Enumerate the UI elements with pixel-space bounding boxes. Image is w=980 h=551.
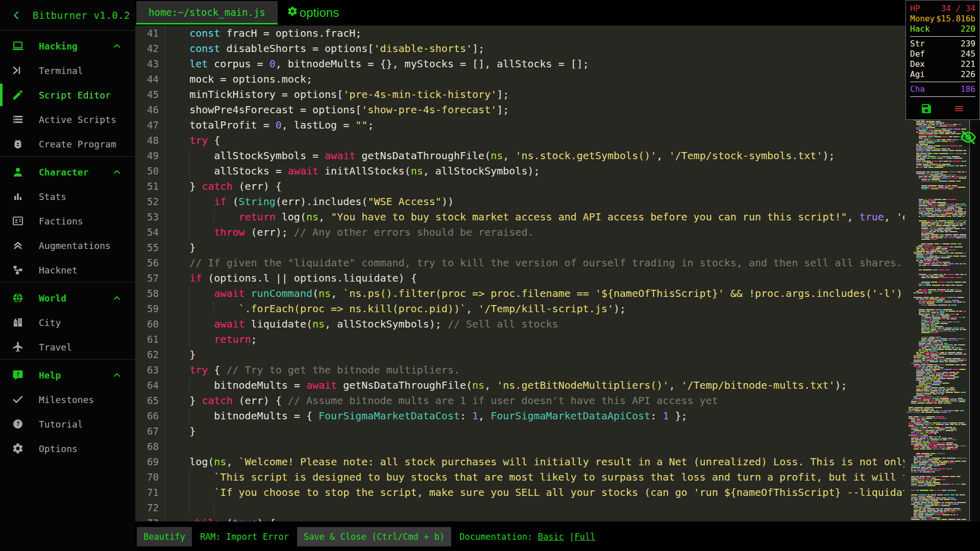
stat-value: 245	[961, 49, 975, 59]
stat-row-def: Def245	[910, 49, 975, 59]
overview-actions	[910, 99, 975, 115]
stat-row-dex: Dex221	[910, 59, 975, 69]
help-bubble-icon: ?	[11, 368, 24, 382]
code-text: if (String(err).includes("WSE Access"))	[214, 194, 454, 209]
indent-guide	[189, 469, 190, 485]
indent-guide	[189, 378, 190, 393]
sidebar-item-label: Script Editor	[39, 90, 111, 101]
code-text: minTickHistory = options['pre-4s-min-tic…	[189, 87, 509, 102]
indent-guide	[189, 194, 190, 209]
sidebar-item-tutorial[interactable]: ?Tutorial	[0, 412, 135, 436]
visibility-off-icon[interactable]	[959, 129, 978, 146]
line-number: 42	[135, 41, 159, 56]
editor-options-button[interactable]: options	[287, 6, 339, 20]
code-text: totalProfit = 0, lastLog = "";	[189, 117, 374, 133]
stat-label: Dex	[910, 59, 925, 69]
stat-row-hp: HP34 / 34	[910, 4, 975, 14]
code-text: try {	[189, 133, 220, 148]
tab-stock-main-js[interactable]: home:~/stock_main.js	[136, 1, 278, 24]
code-line: 43let corpus = 0, bitnodeMults = {}, myS…	[135, 56, 904, 71]
stat-value: 221	[961, 59, 975, 69]
sidebar-item-city[interactable]: City	[0, 310, 135, 335]
line-number: 60	[135, 316, 159, 332]
code-text: }	[189, 423, 195, 439]
save-close-button[interactable]: Save & Close (Ctrl/Cmd + b)	[297, 527, 451, 546]
stat-value: 186	[961, 84, 975, 94]
sidebar-section-header-help[interactable]: ?Help	[0, 363, 135, 387]
save-game-icon[interactable]	[920, 102, 933, 115]
stat-row-money: Money$15.816b	[910, 14, 975, 24]
sidebar-item-augmentations[interactable]: Augmentations	[0, 233, 135, 258]
sidebar-item-label: Hacknet	[39, 265, 78, 276]
beautify-button[interactable]: Beautify	[137, 527, 192, 546]
sidebar-item-stats[interactable]: Stats	[0, 184, 135, 209]
indent-guide	[214, 209, 214, 224]
code-line: 44mock = options.mock;	[135, 71, 904, 87]
bar-chart-icon	[11, 190, 24, 203]
code-line: 73while (true) {	[135, 515, 904, 521]
documentation-label: Documentation:	[459, 532, 532, 542]
sidebar-section-header-character[interactable]: Character	[0, 160, 135, 184]
overview-menu-icon[interactable]	[952, 102, 966, 115]
stats-divider	[910, 36, 975, 37]
indent-guide	[189, 316, 190, 332]
code-line: 67}	[135, 423, 904, 439]
sidebar-item-create-program[interactable]: Create Program	[0, 132, 135, 156]
stat-row-agi: Agi226	[910, 69, 975, 80]
stat-label: Str	[910, 39, 925, 49]
code-text: log(ns, `Welcome! Please note: all stock…	[189, 454, 904, 469]
documentation-links: Documentation: Basic |Full	[459, 532, 595, 542]
code-line: 50allStocks = await initAllStocks(ns, al…	[135, 163, 904, 179]
code-text: } catch (err) { // Assume bitnode mults …	[189, 393, 718, 408]
line-number: 64	[135, 378, 159, 393]
script-editor[interactable]: 41const fracH = options.fracH;42const di…	[135, 26, 980, 521]
code-line: 64bitnodeMults = await getNsDataThroughF…	[135, 378, 904, 393]
sidebar-item-milestones[interactable]: Milestones	[0, 387, 135, 412]
sidebar-item-label: City	[39, 317, 61, 328]
sidebar-section-header-hacking[interactable]: Hacking	[0, 34, 135, 58]
stat-value: 220	[961, 24, 975, 34]
sidebar-item-label: Character	[39, 167, 89, 178]
sidebar-item-script-editor[interactable]: Script Editor	[0, 83, 135, 107]
line-number: 65	[135, 393, 159, 408]
doc-full-link[interactable]: Full	[574, 532, 595, 542]
code-line: 70`This script is designed to buy stocks…	[135, 469, 904, 485]
sidebar-item-options[interactable]: Options	[0, 436, 135, 461]
character-overview-panel: HP34 / 34Money$15.816bHack220Str239Def24…	[905, 0, 980, 120]
code-line: 46showPre4sForecast = options['show-pre-…	[135, 102, 904, 117]
sidebar-item-factions[interactable]: Factions	[0, 209, 135, 233]
line-number: 59	[135, 301, 159, 316]
code-line: 69log(ns, `Welcome! Please note: all sto…	[135, 454, 904, 469]
line-number: 71	[135, 485, 159, 500]
laptop-icon	[11, 39, 24, 53]
indent-guide	[189, 500, 190, 515]
code-text: try { // Try to get the bitnode multipli…	[189, 362, 460, 378]
sidebar-item-label: Tutorial	[39, 419, 83, 430]
code-text: allStockSymbols = await getNsDataThrough…	[214, 148, 835, 163]
sidebar-section-header-world[interactable]: World	[0, 286, 135, 310]
city-icon	[11, 316, 24, 329]
sidebar-item-label: Create Program	[39, 139, 116, 149]
chevron-up-icon	[112, 293, 122, 303]
sidebar-item-terminal[interactable]: Terminal	[0, 58, 135, 83]
doc-basic-link[interactable]: Basic	[538, 532, 564, 542]
sidebar-item-travel[interactable]: Travel	[0, 335, 135, 359]
code-text: let corpus = 0, bitnodeMults = {}, mySto…	[189, 56, 589, 71]
code-line: 49allStockSymbols = await getNsDataThrou…	[135, 148, 904, 163]
code-line: 45minTickHistory = options['pre-4s-min-t…	[135, 87, 904, 102]
code-line: 61return;	[135, 332, 904, 347]
code-text: throw (err); // Any other errors should …	[214, 224, 533, 240]
app-title: Bitburner v1.0.2	[33, 10, 130, 21]
line-number: 61	[135, 332, 159, 347]
terminal-icon	[11, 64, 24, 77]
stats-divider	[910, 96, 975, 97]
line-number: 51	[135, 179, 159, 194]
code-line: 71`If you choose to stop the script, mak…	[135, 485, 904, 500]
line-number: 63	[135, 362, 159, 378]
code-text: mock = options.mock;	[189, 71, 312, 87]
sidebar-item-hacknet[interactable]: Hacknet	[0, 258, 135, 282]
line-number: 66	[135, 408, 159, 423]
collapse-sidebar-icon[interactable]	[0, 10, 33, 21]
sidebar-item-active-scripts[interactable]: Active Scripts	[0, 107, 135, 132]
bitburner-app: Bitburner v1.0.2 HackingTerminalScript E…	[0, 0, 980, 551]
